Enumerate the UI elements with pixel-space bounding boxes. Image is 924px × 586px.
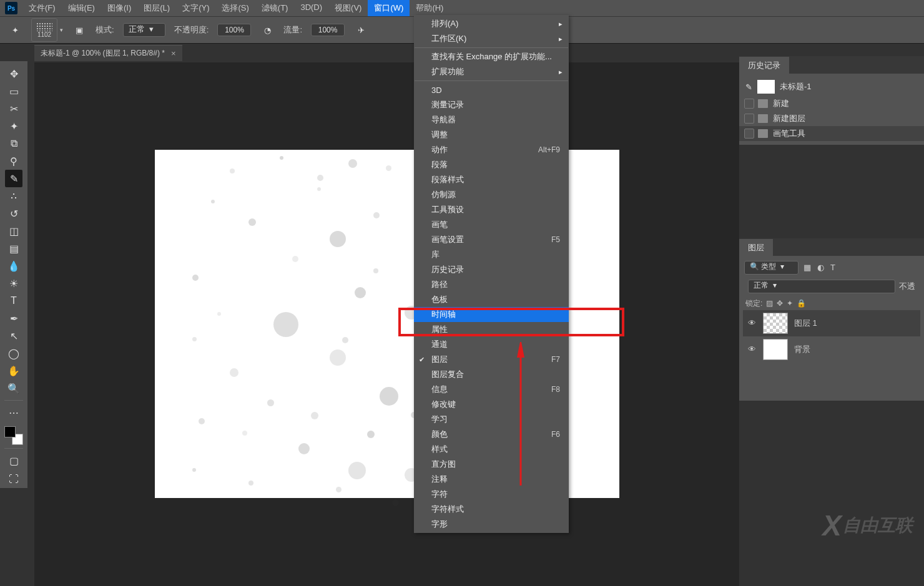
- tool-zoom[interactable]: 🔍: [5, 379, 22, 397]
- close-icon[interactable]: ×: [171, 49, 176, 58]
- menu-编辑e[interactable]: 编辑(E): [62, 0, 101, 16]
- tool-gradient[interactable]: ▤: [5, 240, 22, 257]
- menu-item-学习[interactable]: 学习: [414, 412, 569, 427]
- menu-item-工具预设[interactable]: 工具预设: [414, 202, 569, 217]
- layers-tab[interactable]: 图层: [739, 239, 773, 256]
- visibility-icon[interactable]: 👁: [747, 318, 757, 328]
- menu-item-排列A[interactable]: 排列(A): [414, 16, 569, 31]
- history-tab[interactable]: 历史记录: [739, 57, 789, 74]
- quick-mask-icon[interactable]: ▢: [5, 452, 22, 469]
- visibility-icon[interactable]: 👁: [747, 344, 757, 354]
- screen-mode-icon[interactable]: ⛶: [5, 471, 22, 488]
- brush-preset-picker[interactable]: 1102: [31, 18, 57, 42]
- lock-artboard-icon[interactable]: ✦: [787, 299, 793, 308]
- history-step[interactable]: 新建: [739, 96, 924, 111]
- menu-item-历史记录[interactable]: 历史记录: [414, 262, 569, 277]
- history-step[interactable]: 画笔工具: [739, 126, 924, 141]
- dropdown-icon[interactable]: ▾: [60, 27, 63, 33]
- blend-mode-select[interactable]: 正常 ▾: [748, 280, 895, 293]
- tool-pen[interactable]: ✒: [5, 310, 22, 327]
- blend-mode-select[interactable]: 正常 ▾: [123, 23, 165, 37]
- tool-stamp[interactable]: ⛬: [5, 187, 22, 205]
- menu-item-样式[interactable]: 样式: [414, 442, 569, 457]
- menu-item-通道[interactable]: 通道: [414, 337, 569, 352]
- tool-marquee[interactable]: ▭: [5, 82, 22, 100]
- tool-history-brush[interactable]: ↺: [5, 205, 22, 222]
- menu-item-字形[interactable]: 字形: [414, 517, 569, 532]
- menu-item-画笔设置[interactable]: 画笔设置F5: [414, 232, 569, 247]
- tool-lasso[interactable]: ✂: [5, 100, 22, 117]
- menu-滤镜t[interactable]: 滤镜(T): [255, 0, 295, 16]
- tool-type[interactable]: T: [5, 292, 22, 310]
- history-snapshot[interactable]: ✎ 未标题-1: [739, 77, 924, 96]
- menu-item-测量记录[interactable]: 测量记录: [414, 97, 569, 112]
- menu-item-动作[interactable]: 动作Alt+F9: [414, 142, 569, 157]
- pressure-opacity-icon[interactable]: ◔: [260, 22, 275, 37]
- lock-pixels-icon[interactable]: ▨: [766, 299, 773, 308]
- tool-shape[interactable]: ◯: [5, 344, 22, 362]
- menu-item-字符[interactable]: 字符: [414, 487, 569, 502]
- lock-all-icon[interactable]: 🔒: [797, 299, 806, 308]
- menu-图像i[interactable]: 图像(I): [101, 0, 137, 16]
- layer-item[interactable]: 👁图层 1: [743, 310, 920, 336]
- foreground-color-swatch[interactable]: [4, 426, 16, 437]
- menu-选择s[interactable]: 选择(S): [215, 0, 255, 16]
- menu-item-路径[interactable]: 路径: [414, 277, 569, 292]
- opacity-value[interactable]: 100%: [217, 24, 251, 36]
- lock-position-icon[interactable]: ✥: [777, 299, 783, 308]
- tool-blur[interactable]: 💧: [5, 257, 22, 275]
- menu-item-仿制源[interactable]: 仿制源: [414, 187, 569, 202]
- menu-图层l[interactable]: 图层(L): [137, 0, 176, 16]
- more-tools-icon[interactable]: ⋯: [5, 404, 22, 421]
- menu-item-图层[interactable]: 图层F7: [414, 352, 569, 367]
- brush-panel-toggle-icon[interactable]: ▣: [72, 22, 87, 37]
- layer-filter-select[interactable]: 🔍 类型 ▾: [744, 261, 799, 275]
- menu-窗口w[interactable]: 窗口(W): [368, 0, 410, 16]
- paint-splat: [330, 231, 346, 247]
- tool-move[interactable]: ✥: [5, 65, 22, 82]
- tool-brush[interactable]: ✎: [5, 170, 22, 187]
- menu-文字y[interactable]: 文字(Y): [176, 0, 215, 16]
- menu-item-段落样式[interactable]: 段落样式: [414, 172, 569, 187]
- flow-value[interactable]: 100%: [311, 24, 345, 36]
- menu-item-画笔[interactable]: 画笔: [414, 217, 569, 232]
- menu-item-调整[interactable]: 调整: [414, 127, 569, 142]
- menu-item-导航器[interactable]: 导航器: [414, 112, 569, 127]
- menu-item-字符样式[interactable]: 字符样式: [414, 502, 569, 517]
- menu-item-3D[interactable]: 3D: [414, 82, 569, 97]
- tool-path[interactable]: ↖: [5, 327, 22, 344]
- menu-item-查找有关Exchange的扩展功能[interactable]: 查找有关 Exchange 的扩展功能...: [414, 49, 569, 64]
- filter-pixel-icon[interactable]: ▦: [804, 263, 811, 272]
- menu-item-库[interactable]: 库: [414, 247, 569, 262]
- document-tab[interactable]: 未标题-1 @ 100% (图层 1, RGB/8#) * ×: [34, 45, 182, 61]
- tool-eraser[interactable]: ◫: [5, 222, 22, 240]
- color-swatches[interactable]: [4, 426, 23, 445]
- menu-item-段落[interactable]: 段落: [414, 157, 569, 172]
- menu-文件f[interactable]: 文件(F): [22, 0, 62, 16]
- menu-item-直方图[interactable]: 直方图: [414, 457, 569, 472]
- menu-item-图层复合[interactable]: 图层复合: [414, 367, 569, 382]
- menu-item-工作区K[interactable]: 工作区(K): [414, 31, 569, 46]
- tool-dodge[interactable]: ☀: [5, 275, 22, 292]
- tool-preset-picker[interactable]: ✦: [7, 22, 22, 37]
- menu-item-修改键[interactable]: 修改键: [414, 397, 569, 412]
- filter-adjust-icon[interactable]: ◐: [817, 263, 824, 272]
- menu-item-扩展功能[interactable]: 扩展功能: [414, 64, 569, 79]
- menu-item-信息[interactable]: 信息F8: [414, 382, 569, 397]
- filter-type-icon[interactable]: T: [830, 263, 835, 272]
- menu-item-色板[interactable]: 色板: [414, 292, 569, 307]
- airbrush-icon[interactable]: ✈: [353, 22, 368, 37]
- layer-item[interactable]: 👁背景: [743, 336, 920, 363]
- menu-3dd[interactable]: 3D(D): [294, 0, 328, 16]
- tool-eyedrop[interactable]: ⚲: [5, 152, 22, 170]
- menu-item-颜色[interactable]: 颜色F6: [414, 427, 569, 442]
- menu-帮助h[interactable]: 帮助(H): [410, 0, 450, 16]
- menu-item-时间轴[interactable]: 时间轴: [414, 307, 569, 322]
- tool-wand[interactable]: ✦: [5, 117, 22, 135]
- menu-item-属性[interactable]: 属性: [414, 322, 569, 337]
- history-step[interactable]: 新建图层: [739, 111, 924, 126]
- tool-crop[interactable]: ⧉: [5, 135, 22, 152]
- tool-hand[interactable]: ✋: [5, 362, 22, 379]
- menu-item-注释[interactable]: 注释: [414, 472, 569, 487]
- menu-视图v[interactable]: 视图(V): [328, 0, 368, 16]
